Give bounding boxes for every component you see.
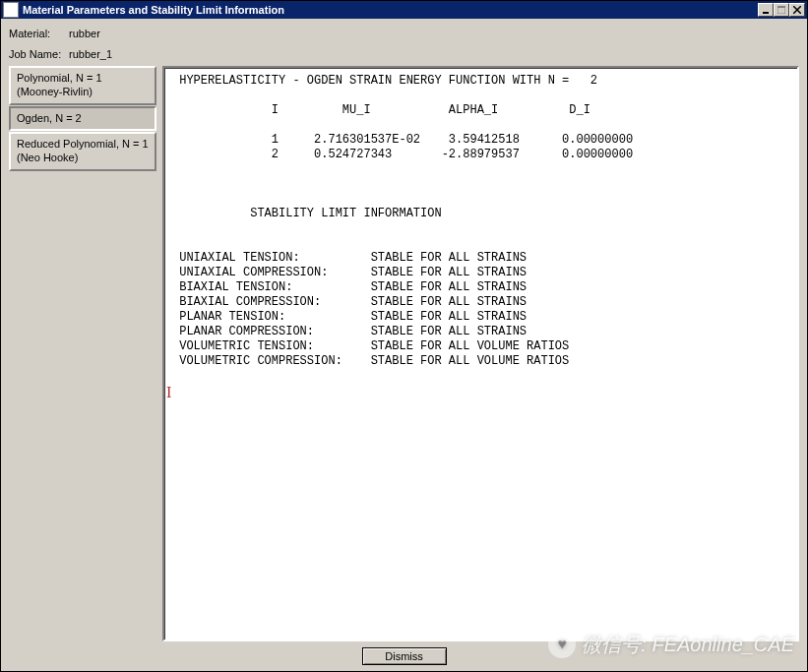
output-row-1: 1 2.716301537E-02 3.59412518 0.00000000 — [172, 133, 633, 147]
jobname-label: Job Name: — [9, 48, 66, 60]
body-row: Polynomial, N = 1 (Mooney-Rivlin) Ogden,… — [9, 66, 799, 641]
jobname-value: rubber_1 — [69, 48, 112, 60]
output-heading: HYPERELASTICITY - OGDEN STRAIN ENERGY FU… — [172, 74, 597, 88]
material-row: Material: rubber — [9, 28, 799, 39]
sidebar-item-polynomial[interactable]: Polynomial, N = 1 (Mooney-Rivlin) — [9, 66, 156, 105]
stability-line-3: BIAXIAL COMPRESSION: STABLE FOR ALL STRA… — [172, 295, 527, 309]
titlebar-buttons — [758, 3, 805, 17]
stability-line-4: PLANAR TENSION: STABLE FOR ALL STRAINS — [172, 310, 527, 324]
dialog-window: Material Parameters and Stability Limit … — [0, 0, 808, 672]
output-panel[interactable]: HYPERELASTICITY - OGDEN STRAIN ENERGY FU… — [162, 66, 799, 641]
sidebar-item-ogden[interactable]: Ogden, N = 2 — [9, 106, 156, 132]
minimize-button[interactable] — [758, 3, 774, 17]
stability-line-0: UNIAXIAL TENSION: STABLE FOR ALL STRAINS — [172, 251, 527, 265]
minimize-icon — [762, 6, 770, 14]
stability-line-5: PLANAR COMPRESSION: STABLE FOR ALL STRAI… — [172, 325, 527, 338]
titlebar: Material Parameters and Stability Limit … — [1, 1, 807, 19]
dismiss-button[interactable]: Dismiss — [362, 647, 447, 665]
svg-rect-0 — [763, 12, 769, 14]
model-list: Polynomial, N = 1 (Mooney-Rivlin) Ogden,… — [9, 66, 156, 641]
jobname-row: Job Name: rubber_1 — [9, 48, 799, 60]
stability-line-6: VOLUMETRIC TENSION: STABLE FOR ALL VOLUM… — [172, 339, 569, 353]
output-col-header: I MU_I ALPHA_I D_I — [172, 103, 590, 117]
output-row-2: 2 0.524727343 -2.88979537 0.00000000 — [172, 148, 633, 161]
button-row: Dismiss — [9, 641, 799, 667]
app-icon — [3, 2, 19, 18]
stability-title: STABILITY LIMIT INFORMATION — [172, 207, 442, 220]
material-label: Material: — [9, 28, 66, 39]
maximize-button[interactable] — [774, 3, 789, 17]
stability-line-2: BIAXIAL TENSION: STABLE FOR ALL STRAINS — [172, 280, 527, 294]
stability-line-1: UNIAXIAL COMPRESSION: STABLE FOR ALL STR… — [172, 266, 527, 279]
material-value: rubber — [69, 28, 100, 39]
maximize-icon — [777, 6, 785, 14]
close-button[interactable] — [789, 3, 805, 17]
stability-line-7: VOLUMETRIC COMPRESSION: STABLE FOR ALL V… — [172, 354, 569, 368]
sidebar-item-reduced-polynomial[interactable]: Reduced Polynomial, N = 1 (Neo Hooke) — [9, 132, 156, 171]
close-icon — [793, 6, 801, 14]
svg-rect-2 — [777, 6, 785, 8]
window-title: Material Parameters and Stability Limit … — [23, 4, 758, 16]
client-area: Material: rubber Job Name: rubber_1 Poly… — [1, 19, 807, 671]
text-cursor-icon: I — [166, 383, 171, 402]
